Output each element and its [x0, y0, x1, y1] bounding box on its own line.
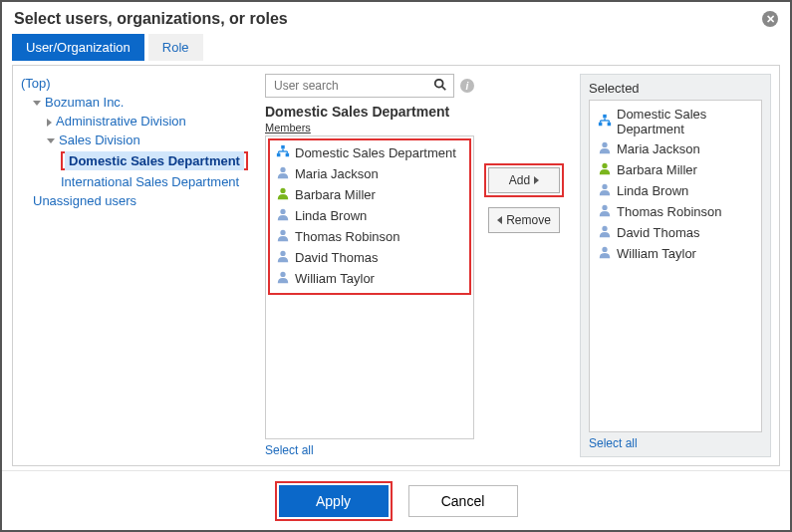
search-box — [265, 74, 454, 98]
highlight: Add — [484, 163, 564, 197]
selected-panel: Selected Domestic Sales DepartmentMaria … — [580, 74, 771, 457]
list-item-label: David Thomas — [617, 225, 700, 240]
user-icon — [598, 182, 612, 199]
svg-point-23 — [602, 163, 607, 168]
org-icon — [276, 144, 290, 161]
list-item-label: Linda Brown — [295, 208, 367, 223]
list-item-label: Domestic Sales Department — [617, 107, 753, 136]
list-item-label: William Taylor — [617, 246, 696, 261]
list-item[interactable]: Barbara Miller — [594, 159, 757, 180]
members-panel: i Domestic Sales Department Members Dome… — [265, 74, 474, 457]
tree-sales-division[interactable]: Sales Division — [59, 133, 140, 147]
info-icon[interactable]: i — [460, 79, 474, 93]
svg-point-22 — [602, 142, 607, 147]
svg-rect-2 — [281, 145, 285, 149]
search-row: i — [265, 74, 474, 98]
highlight: Apply — [275, 481, 393, 521]
tree-top[interactable]: (Top) — [21, 76, 51, 91]
remove-button[interactable]: Remove — [488, 207, 560, 233]
svg-point-0 — [435, 79, 443, 87]
list-item-label: Maria Jackson — [617, 141, 700, 156]
tree-international-sales[interactable]: International Sales Department — [61, 174, 239, 189]
user-icon — [276, 228, 290, 245]
members-select-all[interactable]: Select all — [265, 443, 474, 457]
apply-button[interactable]: Apply — [279, 485, 389, 517]
list-item[interactable]: Domestic Sales Department — [594, 105, 757, 138]
list-item[interactable]: Thomas Robinson — [272, 226, 467, 247]
user-icon — [598, 224, 612, 241]
svg-point-11 — [280, 209, 285, 214]
list-item[interactable]: Maria Jackson — [272, 163, 467, 184]
list-item-label: Thomas Robinson — [617, 204, 722, 219]
tree-unassigned[interactable]: Unassigned users — [33, 193, 136, 208]
tree-admin-division[interactable]: Administrative Division — [56, 114, 186, 129]
search-input[interactable] — [272, 78, 433, 94]
dialog-footer: Apply Cancel — [2, 470, 790, 530]
svg-line-1 — [442, 86, 446, 90]
add-button[interactable]: Add — [488, 167, 560, 193]
user-icon — [276, 207, 290, 224]
list-item-label: Domestic Sales Department — [295, 145, 456, 160]
tree-domestic-sales[interactable]: Domestic Sales Department — [65, 151, 244, 170]
svg-rect-17 — [608, 122, 612, 126]
tab-user-organization[interactable]: User/Organization — [12, 34, 144, 61]
list-item[interactable]: William Taylor — [594, 243, 757, 264]
user-icon — [276, 249, 290, 266]
chevron-down-icon[interactable] — [33, 101, 41, 106]
chevron-right-icon — [534, 176, 539, 184]
list-item[interactable]: Linda Brown — [272, 205, 467, 226]
list-item-label: William Taylor — [295, 271, 375, 286]
tab-bar: User/Organization Role — [2, 32, 790, 61]
svg-point-25 — [602, 205, 607, 210]
cancel-button[interactable]: Cancel — [408, 485, 518, 517]
chevron-right-icon[interactable] — [47, 119, 52, 127]
svg-rect-3 — [277, 153, 281, 157]
highlight: Domestic Sales Department — [61, 151, 248, 170]
dialog-title: Select users, organizations, or roles — [14, 10, 288, 28]
list-item[interactable]: Domestic Sales Department — [272, 142, 467, 163]
svg-point-24 — [602, 184, 607, 189]
tree-org[interactable]: Bozuman Inc. — [45, 95, 125, 110]
user-icon — [598, 161, 612, 178]
list-item-label: Barbara Miller — [295, 187, 376, 202]
list-item[interactable]: Thomas Robinson — [594, 201, 757, 222]
selected-select-all[interactable]: Select all — [589, 436, 762, 450]
list-item[interactable]: David Thomas — [594, 222, 757, 243]
list-item-label: Barbara Miller — [617, 162, 697, 177]
members-list: Domestic Sales DepartmentMaria JacksonBa… — [265, 135, 474, 439]
search-icon[interactable] — [433, 78, 447, 95]
svg-point-26 — [602, 226, 607, 231]
selected-title: Selected — [589, 81, 762, 96]
user-icon — [598, 140, 612, 157]
svg-point-14 — [280, 272, 285, 277]
close-icon[interactable]: ✕ — [762, 11, 778, 27]
list-item[interactable]: Barbara Miller — [272, 184, 467, 205]
org-icon — [598, 114, 612, 131]
svg-point-12 — [280, 230, 285, 235]
list-item[interactable]: William Taylor — [272, 268, 467, 289]
list-item-label: Thomas Robinson — [295, 229, 400, 244]
remove-button-label: Remove — [506, 213, 551, 227]
chevron-down-icon[interactable] — [47, 138, 55, 143]
tab-role[interactable]: Role — [148, 34, 203, 61]
selected-list: Domestic Sales DepartmentMaria JacksonBa… — [589, 100, 762, 432]
highlight: Domestic Sales DepartmentMaria JacksonBa… — [268, 138, 471, 295]
members-subtitle: Members — [265, 122, 474, 133]
members-title: Domestic Sales Department — [265, 104, 474, 120]
svg-point-9 — [280, 167, 285, 172]
list-item[interactable]: Maria Jackson — [594, 138, 757, 159]
svg-point-27 — [602, 247, 607, 252]
user-icon — [598, 245, 612, 262]
list-item[interactable]: David Thomas — [272, 247, 467, 268]
dialog: Select users, organizations, or roles ✕ … — [0, 0, 792, 532]
list-item[interactable]: Linda Brown — [594, 180, 757, 201]
dialog-header: Select users, organizations, or roles ✕ — [2, 2, 790, 32]
svg-point-10 — [280, 188, 285, 193]
list-item-label: David Thomas — [295, 250, 379, 265]
user-icon — [598, 203, 612, 220]
dialog-body: (Top) Bozuman Inc. Administrative Divisi… — [12, 65, 780, 466]
user-icon — [276, 165, 290, 182]
org-tree: (Top) Bozuman Inc. Administrative Divisi… — [21, 74, 265, 457]
svg-rect-4 — [286, 153, 290, 157]
user-icon — [276, 186, 290, 203]
